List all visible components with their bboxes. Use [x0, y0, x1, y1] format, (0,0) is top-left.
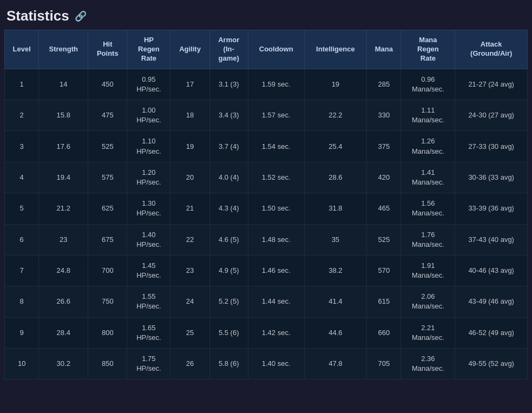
table-cell: 21-27 (24 avg): [455, 69, 528, 100]
table-cell: 2: [5, 100, 39, 131]
table-cell: 46-52 (49 avg): [455, 317, 528, 348]
table-cell: 450: [88, 69, 127, 100]
table-cell: 475: [88, 100, 127, 131]
table-cell: 0.96Mana/sec.: [401, 69, 455, 100]
link-icon[interactable]: 🔗: [75, 10, 87, 22]
table-cell: 44.6: [304, 317, 367, 348]
table-cell: 24: [170, 286, 209, 317]
table-cell: 15.8: [39, 100, 88, 131]
table-cell: 43-49 (46 avg): [455, 286, 528, 317]
table-cell: 1.50 sec.: [248, 193, 304, 224]
table-cell: 19.4: [39, 162, 88, 193]
table-cell: 705: [367, 349, 401, 379]
table-cell: 1.48 sec.: [248, 224, 304, 255]
table-cell: 26.6: [39, 286, 88, 317]
table-cell: 570: [367, 255, 401, 286]
table-cell: 525: [367, 224, 401, 255]
col-hp-regen: HPRegenRate: [127, 30, 170, 69]
table-cell: 33-39 (36 avg): [455, 193, 528, 224]
table-cell: 3.7 (4): [209, 131, 248, 162]
table-cell: 1.91Mana/sec.: [401, 255, 455, 286]
table-cell: 27-33 (30 avg): [455, 131, 528, 162]
table-cell: 750: [88, 286, 127, 317]
table-cell: 23: [39, 224, 88, 255]
table-cell: 21: [170, 193, 209, 224]
table-cell: 1.40 sec.: [248, 349, 304, 379]
table-cell: 18: [170, 100, 209, 131]
table-cell: 31.8: [304, 193, 367, 224]
col-agility: Agility: [170, 30, 209, 69]
table-cell: 30-36 (33 avg): [455, 162, 528, 193]
table-cell: 25: [170, 317, 209, 348]
table-cell: 575: [88, 162, 127, 193]
table-cell: 1.11Mana/sec.: [401, 100, 455, 131]
table-row: 1144500.95HP/sec.173.1 (3)1.59 sec.19285…: [5, 69, 528, 100]
table-cell: 2.06Mana/sec.: [401, 286, 455, 317]
table-row: 419.45751.20HP/sec.204.0 (4)1.52 sec.28.…: [5, 162, 528, 193]
table-row: 6236751.40HP/sec.224.6 (5)1.48 sec.35525…: [5, 224, 528, 255]
table-cell: 4.9 (5): [209, 255, 248, 286]
table-cell: 24.8: [39, 255, 88, 286]
table-cell: 1.75HP/sec.: [127, 349, 170, 379]
table-cell: 19: [170, 131, 209, 162]
table-cell: 5.8 (6): [209, 349, 248, 379]
table-cell: 25.4: [304, 131, 367, 162]
table-cell: 615: [367, 286, 401, 317]
table-cell: 0.95HP/sec.: [127, 69, 170, 100]
table-cell: 1.20HP/sec.: [127, 162, 170, 193]
table-cell: 20: [170, 162, 209, 193]
col-mana: Mana: [367, 30, 401, 69]
table-cell: 4.3 (4): [209, 193, 248, 224]
table-cell: 4.0 (4): [209, 162, 248, 193]
table-cell: 1.30HP/sec.: [127, 193, 170, 224]
table-cell: 35: [304, 224, 367, 255]
table-row: 215.84751.00HP/sec.183.4 (3)1.57 sec.22.…: [5, 100, 528, 131]
table-cell: 37-43 (40 avg): [455, 224, 528, 255]
table-cell: 330: [367, 100, 401, 131]
table-row: 826.67501.55HP/sec.245.2 (5)1.44 sec.41.…: [5, 286, 528, 317]
table-cell: 14: [39, 69, 88, 100]
table-cell: 38.2: [304, 255, 367, 286]
table-cell: 660: [367, 317, 401, 348]
table-cell: 1.45HP/sec.: [127, 255, 170, 286]
col-cooldown: Cooldown: [248, 30, 304, 69]
table-cell: 4.6 (5): [209, 224, 248, 255]
table-cell: 1.55HP/sec.: [127, 286, 170, 317]
table-cell: 49-55 (52 avg): [455, 349, 528, 379]
table-cell: 1.41Mana/sec.: [401, 162, 455, 193]
table-cell: 3.4 (3): [209, 100, 248, 131]
table-cell: 22.2: [304, 100, 367, 131]
table-cell: 625: [88, 193, 127, 224]
table-cell: 1.65HP/sec.: [127, 317, 170, 348]
col-intelligence: Intelligence: [304, 30, 367, 69]
table-cell: 1.10HP/sec.: [127, 131, 170, 162]
header-row: Level Strength HitPoints HPRegenRate Agi…: [5, 30, 528, 69]
table-cell: 465: [367, 193, 401, 224]
col-hit-points: HitPoints: [88, 30, 127, 69]
table-cell: 23: [170, 255, 209, 286]
table-cell: 41.4: [304, 286, 367, 317]
table-row: 1030.28501.75HP/sec.265.8 (6)1.40 sec.47…: [5, 349, 528, 379]
table-cell: 28.4: [39, 317, 88, 348]
table-cell: 675: [88, 224, 127, 255]
table-header: Level Strength HitPoints HPRegenRate Agi…: [5, 30, 528, 69]
table-cell: 1.76Mana/sec.: [401, 224, 455, 255]
table-cell: 850: [88, 349, 127, 379]
table-cell: 17.6: [39, 131, 88, 162]
table-cell: 2.36Mana/sec.: [401, 349, 455, 379]
table-cell: 1.59 sec.: [248, 69, 304, 100]
table-cell: 1: [5, 69, 39, 100]
table-cell: 47.8: [304, 349, 367, 379]
col-armor: Armor(In-game): [209, 30, 248, 69]
table-cell: 1.52 sec.: [248, 162, 304, 193]
table-cell: 285: [367, 69, 401, 100]
table-cell: 1.00HP/sec.: [127, 100, 170, 131]
table-row: 521.26251.30HP/sec.214.3 (4)1.50 sec.31.…: [5, 193, 528, 224]
table-cell: 21.2: [39, 193, 88, 224]
table-cell: 40-46 (43 avg): [455, 255, 528, 286]
table-cell: 1.57 sec.: [248, 100, 304, 131]
table-cell: 800: [88, 317, 127, 348]
table-cell: 1.56Mana/sec.: [401, 193, 455, 224]
table-cell: 525: [88, 131, 127, 162]
table-cell: 2.21Mana/sec.: [401, 317, 455, 348]
